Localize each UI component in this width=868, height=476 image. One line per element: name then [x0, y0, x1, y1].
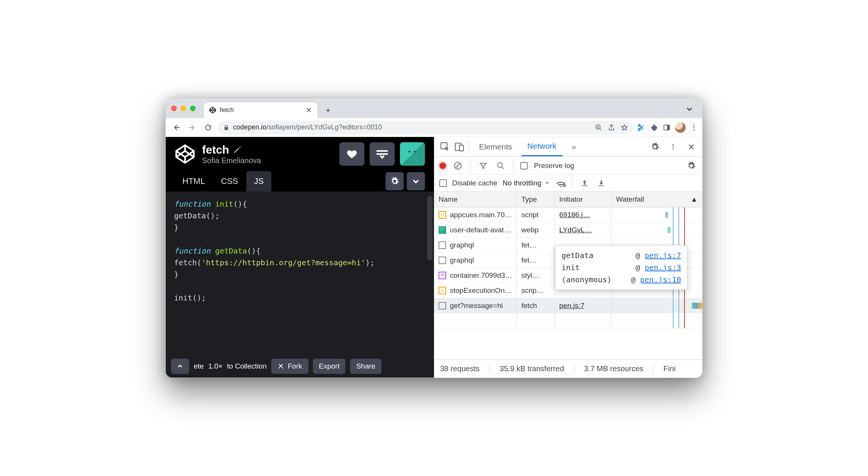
- status-finish: Fini: [663, 364, 685, 373]
- editor-collapse-button[interactable]: [407, 172, 425, 190]
- initiator-link[interactable]: 69186.j…: [559, 211, 590, 219]
- request-type: styl…: [517, 268, 555, 283]
- col-type[interactable]: Type: [517, 191, 555, 207]
- codepen-icon: [209, 107, 216, 114]
- request-name: container.7099d3…: [450, 271, 512, 280]
- share-button[interactable]: Share: [350, 359, 381, 374]
- svg-rect-10: [459, 145, 464, 151]
- network-row[interactable]: user-default-avat…webpLYdGvL…: [434, 222, 702, 238]
- blank-file-icon: [439, 302, 446, 310]
- devtools-settings-icon[interactable]: [649, 141, 661, 152]
- device-toggle-icon[interactable]: [454, 141, 465, 152]
- bookmark-star-icon[interactable]: [621, 124, 628, 131]
- upload-har-icon[interactable]: [579, 177, 590, 189]
- script-file-icon: ⟨⟩: [439, 287, 446, 294]
- forward-button[interactable]: [186, 121, 198, 134]
- fork-icon: [277, 363, 284, 370]
- disable-cache-checkbox[interactable]: [439, 179, 447, 187]
- new-tab-button[interactable]: ＋: [321, 103, 335, 117]
- toolbar: codepen.io/sofiayem/pen/LYdGvLg?editors=…: [166, 118, 702, 137]
- status-requests: 38 requests: [440, 364, 490, 373]
- request-name: graphql: [450, 241, 474, 249]
- svg-point-13: [672, 148, 674, 149]
- minimize-window-button[interactable]: [180, 106, 186, 111]
- tab-list-button[interactable]: [682, 101, 697, 117]
- back-button[interactable]: [170, 121, 182, 134]
- network-columns-header: Name Type Initiator Waterfall ▲: [434, 191, 702, 207]
- profile-avatar[interactable]: [675, 122, 686, 133]
- lock-icon: [223, 124, 229, 131]
- extensions-icon[interactable]: [650, 123, 658, 132]
- stack-link[interactable]: pen.js:10: [640, 275, 681, 284]
- heart-icon: [346, 148, 358, 160]
- user-avatar[interactable]: [400, 142, 425, 166]
- stack-link[interactable]: pen.js:7: [645, 251, 681, 260]
- editor-scrollbar[interactable]: [427, 196, 432, 260]
- tab-elements[interactable]: Elements: [473, 137, 518, 156]
- svg-rect-4: [667, 125, 670, 130]
- tab-title: fetch: [220, 106, 234, 114]
- network-row[interactable]: ⟨⟩appcues.main.70…script69186.j…: [434, 207, 702, 222]
- footer-delete-fragment: ete: [194, 362, 204, 370]
- script-file-icon: ⟨⟩: [439, 211, 446, 219]
- code-editor[interactable]: function init(){ getData();} function ge…: [166, 191, 434, 355]
- devtools-menu-icon[interactable]: [667, 141, 679, 152]
- request-type: scrip…: [517, 283, 555, 298]
- clear-icon[interactable]: [452, 160, 464, 171]
- throttling-select[interactable]: No throttling: [502, 179, 549, 187]
- fullscreen-window-button[interactable]: [190, 106, 196, 111]
- request-name: appcues.main.70…: [450, 211, 512, 219]
- inspect-element-icon[interactable]: [439, 141, 451, 152]
- like-button[interactable]: [339, 142, 364, 166]
- tab-js[interactable]: JS: [246, 171, 271, 191]
- edit-title-icon[interactable]: [233, 146, 241, 154]
- tab-network[interactable]: Network: [521, 137, 563, 156]
- fork-button[interactable]: Fork: [271, 359, 308, 374]
- close-tab-icon[interactable]: ✕: [306, 106, 312, 115]
- close-window-button[interactable]: [171, 106, 177, 111]
- browser-tab[interactable]: fetch ✕: [204, 102, 317, 118]
- style-file-icon: ✎: [439, 272, 446, 279]
- record-button[interactable]: [439, 162, 446, 169]
- add-to-collection[interactable]: to Collection: [227, 362, 267, 370]
- initiator-tooltip: getData@ pen.js:7init@ pen.js:3(anonymou…: [555, 245, 688, 290]
- download-har-icon[interactable]: [596, 177, 607, 189]
- devtools-close-icon[interactable]: [686, 141, 697, 152]
- zoom-icon[interactable]: [595, 124, 602, 131]
- share-icon[interactable]: [608, 124, 615, 131]
- editor-settings-button[interactable]: [386, 172, 404, 190]
- request-type: fet…: [517, 238, 555, 252]
- status-resources: 3.7 MB resources: [584, 364, 654, 373]
- tab-html[interactable]: HTML: [175, 171, 213, 191]
- export-button[interactable]: Export: [313, 359, 346, 374]
- network-table: ⟨⟩appcues.main.70…script69186.j…user-def…: [434, 207, 702, 359]
- zoom-level[interactable]: 1.0×: [208, 362, 222, 370]
- layout-icon: [376, 149, 389, 159]
- initiator-link[interactable]: LYdGvL…: [559, 226, 592, 234]
- network-settings-icon[interactable]: [686, 160, 697, 171]
- col-waterfall[interactable]: Waterfall ▲: [611, 191, 702, 207]
- tab-css[interactable]: CSS: [213, 171, 246, 191]
- col-initiator[interactable]: Initiator: [555, 191, 611, 207]
- reload-button[interactable]: [202, 121, 214, 134]
- svg-point-7: [693, 129, 694, 130]
- network-toolbar: Preserve log: [434, 157, 702, 175]
- scissors-icon[interactable]: [637, 123, 646, 132]
- network-conditions-icon[interactable]: [555, 177, 566, 189]
- svg-point-5: [693, 124, 694, 126]
- stack-link[interactable]: pen.js:3: [645, 263, 681, 272]
- tab-more[interactable]: »: [566, 137, 582, 156]
- codepen-header: fetch Sofia Emelianova: [166, 137, 434, 171]
- side-panel-icon[interactable]: [663, 124, 670, 131]
- console-toggle-button[interactable]: [171, 359, 189, 374]
- search-icon[interactable]: [495, 160, 506, 171]
- menu-icon[interactable]: [690, 124, 698, 131]
- address-bar[interactable]: codepen.io/sofiayem/pen/LYdGvLg?editors=…: [218, 121, 633, 134]
- initiator-link[interactable]: pen.js:7: [559, 302, 585, 310]
- col-name[interactable]: Name: [434, 191, 517, 207]
- filter-icon[interactable]: [478, 160, 489, 171]
- editor-layout-button[interactable]: [370, 142, 395, 166]
- network-row[interactable]: get?message=hifetchpen.js:7: [434, 298, 702, 313]
- preserve-log-checkbox[interactable]: [520, 162, 528, 170]
- gear-icon: [390, 177, 399, 186]
